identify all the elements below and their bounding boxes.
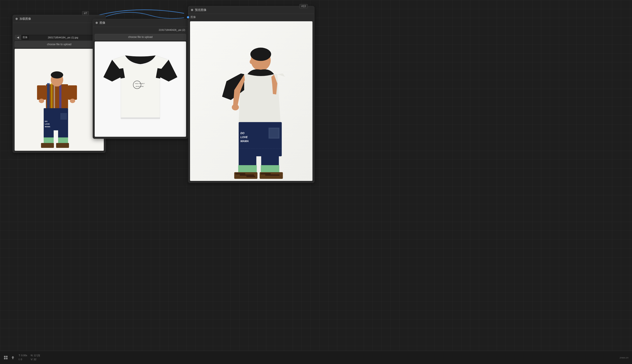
panel-dot-node8	[96, 22, 98, 24]
svg-point-22	[39, 99, 44, 103]
panel-header-load-image: 加载图像	[13, 15, 106, 23]
svg-rect-30	[121, 118, 160, 119]
large-preview: DO LOVE MAMA	[190, 21, 312, 181]
svg-text:MAMA: MAMA	[45, 126, 50, 128]
choose-file-btn-2[interactable]: choose file to upload	[95, 34, 186, 40]
status-text-2: N: 12 [3] V: 32	[31, 354, 40, 361]
file-navigator: ◀ 图像 2601718544184_.pic (1).jpg ▶	[15, 35, 104, 40]
node-badge-13: #13	[299, 4, 308, 8]
upload-icon[interactable]	[11, 355, 15, 360]
svg-rect-54	[265, 174, 280, 176]
status-iteration: I: 0	[19, 358, 27, 362]
svg-text:LOVE: LOVE	[45, 123, 50, 125]
status-text: T: 0.00s I: 0	[19, 354, 27, 361]
svg-text:LOVE: LOVE	[240, 136, 248, 139]
svg-rect-20	[37, 85, 46, 100]
svg-point-23	[70, 99, 75, 103]
status-time: T: 0.00s	[19, 354, 27, 358]
file-name-display: 2191718440428_.pic (2)	[159, 28, 185, 31]
svg-rect-37	[238, 122, 282, 156]
svg-rect-21	[68, 85, 77, 100]
svg-rect-5	[59, 83, 62, 110]
svg-rect-8	[55, 83, 59, 86]
svg-marker-60	[12, 356, 14, 359]
svg-rect-51	[246, 176, 255, 177]
layout-icon[interactable]	[4, 355, 8, 360]
svg-point-35	[250, 60, 253, 64]
svg-rect-2	[47, 83, 50, 110]
output-ports: 图像 遮罩	[13, 23, 106, 35]
file-name-row: 2191718440428_.pic (2)	[93, 27, 188, 32]
input-port-row: 图像	[188, 14, 314, 20]
svg-rect-59	[6, 358, 8, 359]
status-nodes: N: 12 [3]	[31, 354, 40, 358]
svg-rect-4	[54, 83, 55, 110]
svg-rect-3	[51, 83, 52, 110]
node-badge-7: #7	[82, 11, 89, 16]
svg-rect-58	[4, 358, 6, 359]
svg-rect-18	[41, 143, 54, 148]
svg-rect-19	[56, 143, 69, 148]
svg-text:DO: DO	[45, 120, 48, 122]
svg-point-7	[51, 72, 63, 78]
image-preview-tshirt: FIND THE BEST ADVENTURE	[95, 42, 186, 137]
svg-point-55	[232, 104, 239, 110]
file-nav-label: 图像	[21, 36, 29, 39]
svg-rect-57	[6, 356, 8, 357]
svg-rect-50	[240, 174, 254, 176]
svg-rect-53	[261, 173, 271, 174]
brand-text: znwx.cn	[620, 356, 628, 359]
panel-preview-image: 预览图像 图像	[188, 6, 314, 183]
image-preview-1: DO LOVE MAMA	[15, 49, 104, 151]
file-nav-prev-btn[interactable]: ◀	[15, 35, 21, 40]
port-input-blue[interactable]	[187, 16, 189, 18]
svg-rect-10	[60, 113, 67, 120]
panel-title-node8: 图像	[100, 21, 105, 25]
choose-file-btn-1[interactable]: choose file to upload	[15, 41, 104, 48]
svg-text:FIND THE BEST: FIND THE BEST	[135, 83, 144, 84]
panel-image-node8: 图像 2191718440428_.pic (2) choose file to…	[93, 19, 188, 139]
file-nav-name: 2601718544184_.pic (1).jpg	[29, 35, 97, 40]
svg-rect-56	[4, 356, 6, 357]
panel-header-preview: 预览图像	[188, 6, 314, 14]
svg-text:DO: DO	[240, 132, 244, 135]
panel-preview-dot	[191, 9, 193, 11]
panel-title-preview: 预览图像	[195, 8, 206, 12]
status-left: T: 0.00s I: 0 N: 12 [3] V: 32	[4, 354, 40, 361]
svg-rect-49	[235, 173, 245, 174]
status-version: V: 32	[31, 358, 40, 362]
panel-title-load-image: 加载图像	[20, 17, 31, 21]
svg-text:MAMA: MAMA	[240, 140, 248, 143]
svg-point-34	[250, 48, 271, 61]
panel-header-node8: 图像	[93, 19, 188, 27]
status-icons	[4, 355, 15, 360]
svg-rect-38	[268, 128, 280, 139]
port-input-label: 图像	[190, 15, 196, 19]
panel-load-image: 加载图像 图像 遮罩 ◀ 图像 2601718544184_.pic (1).j…	[13, 15, 106, 153]
status-bar: T: 0.00s I: 0 N: 12 [3] V: 32 znwx.cn	[0, 351, 632, 364]
panel-status-dot	[16, 18, 18, 20]
svg-text:ADVENTURE: ADVENTURE	[135, 86, 144, 87]
